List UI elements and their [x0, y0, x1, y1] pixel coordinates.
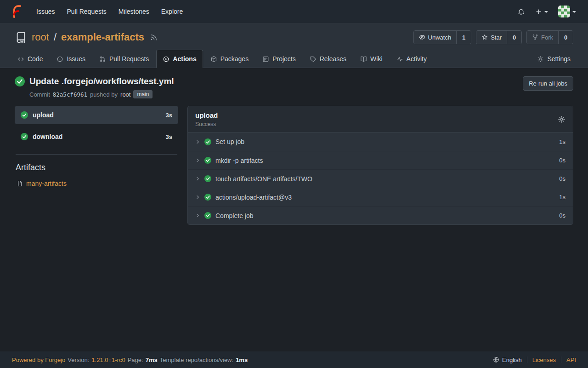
forgejo-logo[interactable]: [5, 5, 30, 18]
template-time-label: Template repo/actions/view:: [160, 356, 233, 363]
page-footer: Powered by Forgejo Version: 1.21.0+1-rc0…: [0, 351, 588, 368]
watchers-count[interactable]: 1: [456, 31, 471, 44]
version-label: Version:: [68, 356, 89, 363]
commit-label: Commit: [29, 91, 50, 98]
repo-owner-link[interactable]: root: [32, 31, 49, 43]
step-duration: 1s: [559, 194, 565, 201]
unwatch-button[interactable]: Unwatch: [414, 31, 457, 44]
step-success-icon: [204, 157, 211, 164]
branch-badge[interactable]: main: [133, 90, 153, 98]
step-complete-job[interactable]: Complete job 0s: [188, 206, 573, 224]
tab-pull-requests[interactable]: Pull Requests: [93, 50, 155, 68]
tab-label: Actions: [173, 55, 196, 63]
repo-name-link[interactable]: example-artifacts: [61, 31, 144, 43]
package-icon: [210, 56, 217, 63]
licenses-link[interactable]: Licenses: [532, 356, 556, 363]
tab-label: Code: [28, 55, 43, 63]
chevron-down-icon: [572, 11, 576, 13]
step-name: actions/upload-artifact@v3: [215, 194, 292, 201]
run-title: Update .forgejo/workflows/test.yml: [29, 76, 174, 86]
divider: [527, 356, 527, 363]
artifacts-heading: Artifacts: [16, 163, 178, 172]
fork-button[interactable]: Fork: [527, 31, 558, 44]
tab-actions[interactable]: Actions: [156, 50, 203, 68]
notifications-button[interactable]: [514, 6, 528, 18]
git-pull-request-icon: [99, 56, 106, 63]
step-success-icon: [204, 175, 211, 182]
step-mkdir[interactable]: mkdir -p artifacts 0s: [188, 151, 573, 169]
chevron-right-icon: [195, 158, 200, 163]
step-upload-artifact-action[interactable]: actions/upload-artifact@v3 1s: [188, 188, 573, 206]
detail-job-status: Success: [195, 121, 218, 127]
forgejo-logo-icon: [10, 5, 24, 18]
divider: [16, 154, 177, 155]
job-detail-panel: upload Success Set up job 1s: [187, 106, 573, 225]
tab-packages[interactable]: Packages: [204, 50, 255, 68]
step-setup-job[interactable]: Set up job 1s: [188, 132, 573, 151]
api-link[interactable]: API: [566, 356, 576, 363]
rerun-all-jobs-button[interactable]: Re-run all jobs: [523, 76, 573, 91]
tab-label: Projects: [272, 55, 296, 63]
tab-label: Issues: [67, 55, 85, 63]
nav-pull-requests[interactable]: Pull Requests: [61, 4, 112, 19]
language-selector[interactable]: English: [493, 356, 522, 363]
star-button-group: Star 0: [476, 30, 522, 44]
rss-feed-icon[interactable]: [150, 34, 158, 41]
job-item-upload[interactable]: upload 3s: [15, 106, 178, 124]
unwatch-label: Unwatch: [428, 34, 452, 41]
language-label: English: [502, 356, 522, 363]
nav-issues[interactable]: Issues: [30, 4, 61, 19]
step-duration: 0s: [559, 175, 565, 182]
nav-milestones[interactable]: Milestones: [113, 4, 155, 19]
bell-icon: [517, 8, 525, 16]
page-time-label: Page:: [128, 356, 143, 363]
user-avatar: [558, 6, 570, 17]
step-touch-artifacts[interactable]: touch artifacts/ONE artifacts/TWO 0s: [188, 169, 573, 188]
play-circle-icon: [163, 56, 170, 63]
nav-explore[interactable]: Explore: [155, 4, 189, 19]
star-button[interactable]: Star: [476, 31, 507, 44]
tab-wiki[interactable]: Wiki: [354, 50, 389, 68]
commit-sha-link[interactable]: 82a5cf6961: [53, 91, 87, 98]
pulse-icon: [396, 56, 403, 63]
tab-issues[interactable]: Issues: [50, 50, 91, 68]
tab-activity[interactable]: Activity: [390, 50, 433, 68]
job-item-download[interactable]: download 3s: [15, 127, 178, 146]
step-success-icon: [204, 138, 211, 145]
forks-count[interactable]: 0: [558, 31, 573, 44]
repo-action-buttons: Unwatch 1 Star 0: [413, 30, 573, 44]
tab-label: Packages: [220, 55, 249, 63]
divider: [561, 356, 561, 363]
version-link[interactable]: 1.21.0+1-rc0: [91, 356, 125, 363]
tab-label: Releases: [320, 55, 346, 63]
job-success-icon: [21, 111, 28, 119]
detail-job-name: upload: [195, 111, 218, 119]
code-icon: [17, 56, 24, 63]
create-new-button[interactable]: [532, 6, 551, 17]
commit-line: Commit 82a5cf6961 pushed by root main: [29, 90, 174, 98]
job-options-gear-icon[interactable]: [558, 115, 565, 123]
git-fork-icon: [532, 34, 538, 40]
tab-releases[interactable]: Releases: [303, 50, 353, 68]
job-duration: 3s: [166, 112, 172, 119]
tab-settings[interactable]: Settings: [531, 50, 577, 68]
artifact-download-link[interactable]: many-artifacts: [26, 180, 67, 187]
tab-projects[interactable]: Projects: [256, 50, 302, 68]
star-icon: [481, 34, 488, 40]
powered-by-link[interactable]: Powered by Forgejo: [12, 356, 65, 363]
step-name: Complete job: [215, 212, 254, 219]
eye-slash-icon: [419, 34, 425, 40]
repo-icon: [15, 31, 27, 44]
stars-count[interactable]: 0: [507, 31, 521, 44]
user-menu-button[interactable]: [555, 3, 579, 20]
job-duration: 3s: [166, 133, 172, 140]
step-duration: 0s: [559, 212, 565, 219]
run-success-icon: [15, 76, 25, 86]
tab-code[interactable]: Code: [11, 50, 49, 68]
job-success-icon: [21, 133, 28, 140]
pusher-link[interactable]: root: [120, 91, 130, 98]
circle-dot-icon: [57, 56, 63, 63]
actions-run-view: Update .forgejo/workflows/test.yml Commi…: [0, 68, 588, 351]
top-navbar: Issues Pull Requests Milestones Explore: [0, 0, 588, 23]
job-name: upload: [33, 111, 54, 119]
